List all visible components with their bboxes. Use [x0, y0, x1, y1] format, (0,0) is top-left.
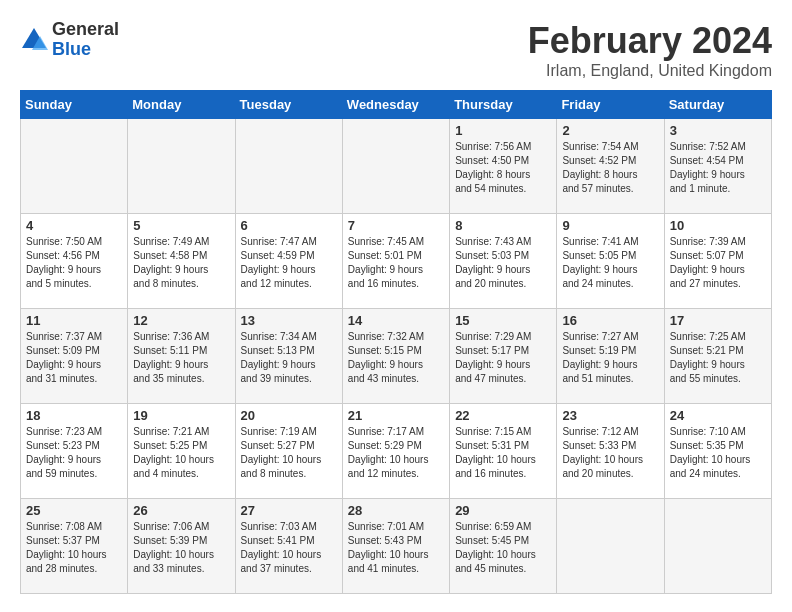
calendar-cell: [128, 119, 235, 214]
day-info: Sunrise: 7:36 AM Sunset: 5:11 PM Dayligh…: [133, 330, 229, 386]
calendar-cell: 27Sunrise: 7:03 AM Sunset: 5:41 PM Dayli…: [235, 499, 342, 594]
calendar-table: SundayMondayTuesdayWednesdayThursdayFrid…: [20, 90, 772, 594]
day-info: Sunrise: 7:25 AM Sunset: 5:21 PM Dayligh…: [670, 330, 766, 386]
header-day-friday: Friday: [557, 91, 664, 119]
day-info: Sunrise: 7:10 AM Sunset: 5:35 PM Dayligh…: [670, 425, 766, 481]
calendar-cell: 13Sunrise: 7:34 AM Sunset: 5:13 PM Dayli…: [235, 309, 342, 404]
calendar-cell: 17Sunrise: 7:25 AM Sunset: 5:21 PM Dayli…: [664, 309, 771, 404]
day-info: Sunrise: 7:41 AM Sunset: 5:05 PM Dayligh…: [562, 235, 658, 291]
header-day-monday: Monday: [128, 91, 235, 119]
header-day-tuesday: Tuesday: [235, 91, 342, 119]
day-number: 26: [133, 503, 229, 518]
day-number: 16: [562, 313, 658, 328]
day-number: 8: [455, 218, 551, 233]
calendar-cell: 29Sunrise: 6:59 AM Sunset: 5:45 PM Dayli…: [450, 499, 557, 594]
calendar-cell: 19Sunrise: 7:21 AM Sunset: 5:25 PM Dayli…: [128, 404, 235, 499]
day-info: Sunrise: 7:39 AM Sunset: 5:07 PM Dayligh…: [670, 235, 766, 291]
week-row-0: 1Sunrise: 7:56 AM Sunset: 4:50 PM Daylig…: [21, 119, 772, 214]
title-area: February 2024 Irlam, England, United Kin…: [528, 20, 772, 80]
day-info: Sunrise: 7:32 AM Sunset: 5:15 PM Dayligh…: [348, 330, 444, 386]
day-number: 15: [455, 313, 551, 328]
calendar-cell: 26Sunrise: 7:06 AM Sunset: 5:39 PM Dayli…: [128, 499, 235, 594]
day-number: 24: [670, 408, 766, 423]
calendar-cell: 11Sunrise: 7:37 AM Sunset: 5:09 PM Dayli…: [21, 309, 128, 404]
day-number: 17: [670, 313, 766, 328]
day-number: 14: [348, 313, 444, 328]
day-info: Sunrise: 7:12 AM Sunset: 5:33 PM Dayligh…: [562, 425, 658, 481]
calendar-cell: 24Sunrise: 7:10 AM Sunset: 5:35 PM Dayli…: [664, 404, 771, 499]
logo-blue: Blue: [52, 39, 91, 59]
calendar-cell: 21Sunrise: 7:17 AM Sunset: 5:29 PM Dayli…: [342, 404, 449, 499]
day-number: 23: [562, 408, 658, 423]
day-info: Sunrise: 7:03 AM Sunset: 5:41 PM Dayligh…: [241, 520, 337, 576]
day-info: Sunrise: 7:19 AM Sunset: 5:27 PM Dayligh…: [241, 425, 337, 481]
calendar-cell: 8Sunrise: 7:43 AM Sunset: 5:03 PM Daylig…: [450, 214, 557, 309]
day-info: Sunrise: 7:34 AM Sunset: 5:13 PM Dayligh…: [241, 330, 337, 386]
day-number: 19: [133, 408, 229, 423]
calendar-cell: [557, 499, 664, 594]
logo-general: General: [52, 19, 119, 39]
calendar-cell: [664, 499, 771, 594]
calendar-cell: 10Sunrise: 7:39 AM Sunset: 5:07 PM Dayli…: [664, 214, 771, 309]
week-row-1: 4Sunrise: 7:50 AM Sunset: 4:56 PM Daylig…: [21, 214, 772, 309]
day-number: 3: [670, 123, 766, 138]
day-number: 4: [26, 218, 122, 233]
week-row-4: 25Sunrise: 7:08 AM Sunset: 5:37 PM Dayli…: [21, 499, 772, 594]
day-number: 2: [562, 123, 658, 138]
day-number: 11: [26, 313, 122, 328]
header-row: SundayMondayTuesdayWednesdayThursdayFrid…: [21, 91, 772, 119]
day-info: Sunrise: 7:06 AM Sunset: 5:39 PM Dayligh…: [133, 520, 229, 576]
day-info: Sunrise: 7:21 AM Sunset: 5:25 PM Dayligh…: [133, 425, 229, 481]
day-number: 18: [26, 408, 122, 423]
header: General Blue February 2024 Irlam, Englan…: [20, 20, 772, 80]
week-row-2: 11Sunrise: 7:37 AM Sunset: 5:09 PM Dayli…: [21, 309, 772, 404]
calendar-cell: 22Sunrise: 7:15 AM Sunset: 5:31 PM Dayli…: [450, 404, 557, 499]
logo-text: General Blue: [52, 20, 119, 60]
calendar-cell: 6Sunrise: 7:47 AM Sunset: 4:59 PM Daylig…: [235, 214, 342, 309]
day-number: 7: [348, 218, 444, 233]
logo: General Blue: [20, 20, 119, 60]
day-number: 25: [26, 503, 122, 518]
month-title: February 2024: [528, 20, 772, 62]
header-day-thursday: Thursday: [450, 91, 557, 119]
day-number: 20: [241, 408, 337, 423]
calendar-cell: 3Sunrise: 7:52 AM Sunset: 4:54 PM Daylig…: [664, 119, 771, 214]
logo-icon: [20, 26, 48, 54]
day-info: Sunrise: 7:29 AM Sunset: 5:17 PM Dayligh…: [455, 330, 551, 386]
location-title: Irlam, England, United Kingdom: [528, 62, 772, 80]
day-info: Sunrise: 7:15 AM Sunset: 5:31 PM Dayligh…: [455, 425, 551, 481]
day-number: 27: [241, 503, 337, 518]
day-info: Sunrise: 7:23 AM Sunset: 5:23 PM Dayligh…: [26, 425, 122, 481]
calendar-cell: 28Sunrise: 7:01 AM Sunset: 5:43 PM Dayli…: [342, 499, 449, 594]
day-info: Sunrise: 7:50 AM Sunset: 4:56 PM Dayligh…: [26, 235, 122, 291]
calendar-cell: 18Sunrise: 7:23 AM Sunset: 5:23 PM Dayli…: [21, 404, 128, 499]
calendar-cell: 1Sunrise: 7:56 AM Sunset: 4:50 PM Daylig…: [450, 119, 557, 214]
calendar-cell: 9Sunrise: 7:41 AM Sunset: 5:05 PM Daylig…: [557, 214, 664, 309]
calendar-body: 1Sunrise: 7:56 AM Sunset: 4:50 PM Daylig…: [21, 119, 772, 594]
calendar-cell: [342, 119, 449, 214]
day-number: 9: [562, 218, 658, 233]
day-info: Sunrise: 6:59 AM Sunset: 5:45 PM Dayligh…: [455, 520, 551, 576]
calendar-cell: 4Sunrise: 7:50 AM Sunset: 4:56 PM Daylig…: [21, 214, 128, 309]
calendar-cell: 25Sunrise: 7:08 AM Sunset: 5:37 PM Dayli…: [21, 499, 128, 594]
calendar-cell: 5Sunrise: 7:49 AM Sunset: 4:58 PM Daylig…: [128, 214, 235, 309]
header-day-wednesday: Wednesday: [342, 91, 449, 119]
day-info: Sunrise: 7:52 AM Sunset: 4:54 PM Dayligh…: [670, 140, 766, 196]
header-day-sunday: Sunday: [21, 91, 128, 119]
calendar-cell: [21, 119, 128, 214]
day-info: Sunrise: 7:08 AM Sunset: 5:37 PM Dayligh…: [26, 520, 122, 576]
day-number: 21: [348, 408, 444, 423]
day-info: Sunrise: 7:01 AM Sunset: 5:43 PM Dayligh…: [348, 520, 444, 576]
header-day-saturday: Saturday: [664, 91, 771, 119]
day-info: Sunrise: 7:37 AM Sunset: 5:09 PM Dayligh…: [26, 330, 122, 386]
day-number: 10: [670, 218, 766, 233]
day-number: 28: [348, 503, 444, 518]
day-info: Sunrise: 7:56 AM Sunset: 4:50 PM Dayligh…: [455, 140, 551, 196]
day-info: Sunrise: 7:49 AM Sunset: 4:58 PM Dayligh…: [133, 235, 229, 291]
day-info: Sunrise: 7:47 AM Sunset: 4:59 PM Dayligh…: [241, 235, 337, 291]
day-number: 13: [241, 313, 337, 328]
day-number: 22: [455, 408, 551, 423]
day-info: Sunrise: 7:45 AM Sunset: 5:01 PM Dayligh…: [348, 235, 444, 291]
calendar-cell: [235, 119, 342, 214]
day-number: 29: [455, 503, 551, 518]
